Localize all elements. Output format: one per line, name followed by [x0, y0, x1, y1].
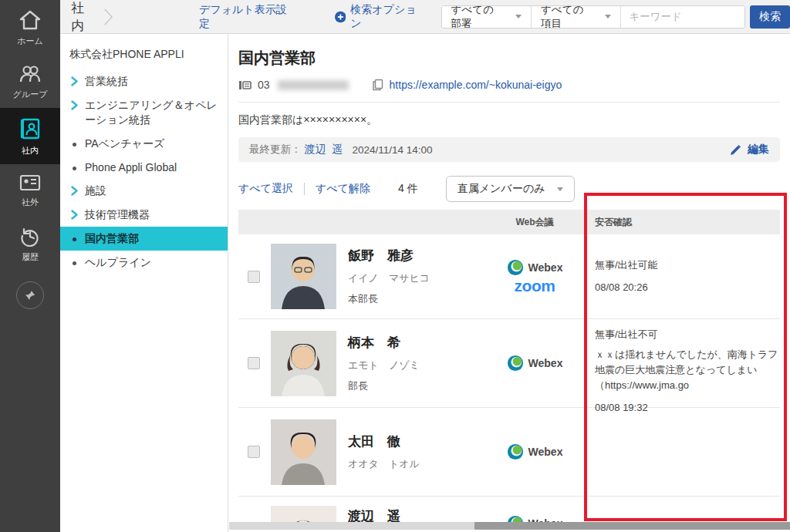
sidebar-item-internal[interactable]: 社内 — [0, 108, 60, 164]
safety-message: ｘｘは揺れませんでしたが、南海トラフ地震の巨大地震注意となってしまい（https… — [595, 347, 780, 393]
pin-sidebar-button[interactable] — [16, 281, 44, 309]
webex-icon — [507, 259, 524, 276]
sidebar-item-label: グループ — [13, 89, 48, 100]
horizontal-scrollbar-thumb[interactable] — [474, 522, 790, 530]
tree-item-pa-ventures[interactable]: PAベンチャーズ — [60, 132, 228, 156]
chevron-right-icon — [69, 100, 79, 110]
tree-item-label: 国内営業部 — [85, 231, 139, 246]
webex-button[interactable]: Webex — [507, 443, 563, 460]
search-button[interactable]: 検索 — [750, 5, 790, 29]
row-checkbox[interactable] — [248, 271, 260, 283]
chevron-down-icon — [557, 187, 563, 191]
field-filter-value: すべての項目 — [541, 5, 591, 29]
top-toolbar: 社内 デフォルト表示設定 検索オプション すべての部署 すべての項目 検索 — [60, 0, 790, 34]
webex-button[interactable]: Webex — [507, 515, 563, 522]
sidebar-item-group[interactable]: グループ — [0, 55, 60, 108]
member-name: 柄本 希 — [348, 334, 488, 352]
webex-button[interactable]: Webex — [507, 355, 563, 372]
zoom-button[interactable]: zoom — [515, 278, 555, 294]
tree-item-label: ヘルプライン — [85, 255, 151, 270]
member-filter-value: 直属メンバーのみ — [457, 182, 545, 196]
divider — [238, 102, 780, 103]
divider — [304, 183, 305, 195]
member-name: 飯野 雅彦 — [348, 247, 488, 264]
tree-item-helpline[interactable]: ヘルプライン — [60, 251, 228, 274]
history-icon — [19, 225, 41, 247]
sidebar-item-external[interactable]: 社外 — [0, 164, 60, 216]
member-table: Web会議 安否確認 飯野 雅彦 イイノ マサヒコ 本部長 — [238, 210, 780, 522]
tree-root-company[interactable]: 株式会社PHONE APPLI — [60, 43, 228, 69]
page-title: 国内営業部 — [238, 48, 780, 69]
table-row[interactable]: 太田 徹 オオタ トオル Webex — [238, 408, 780, 497]
bullet-icon — [69, 234, 79, 241]
updated-by-lastname-link[interactable]: 渡辺 — [305, 143, 326, 157]
keyword-input[interactable] — [621, 6, 744, 28]
updated-timestamp: 2024/11/14 14:00 — [353, 144, 433, 156]
tree-item-tech-equipment[interactable]: 技術管理機器 — [60, 203, 228, 227]
pencil-icon — [730, 144, 741, 156]
tree-item-label: 技術管理機器 — [85, 207, 150, 222]
department-detail-panel: 国内営業部 03 https://example.com/~kokunai-ei… — [229, 34, 790, 522]
bullet-icon — [69, 163, 79, 170]
row-checkbox[interactable] — [248, 446, 260, 458]
chevron-right-icon — [69, 76, 79, 86]
horizontal-scrollbar-track[interactable] — [229, 522, 790, 530]
phone-appli-app: ホーム グループ 社内 社外 履歴 社内 デフォルト表示設定 — [0, 0, 790, 532]
member-photo — [271, 244, 336, 309]
webex-label: Webex — [528, 446, 563, 458]
member-photo — [271, 331, 336, 396]
field-filter-select[interactable]: すべての項目 — [532, 6, 621, 28]
phone-icon — [238, 79, 252, 91]
search-options-link[interactable]: 検索オプション — [335, 3, 421, 31]
webex-icon — [507, 443, 524, 460]
edit-button[interactable]: 編集 — [730, 143, 769, 157]
phone-number: 03 — [258, 79, 270, 91]
select-all-link[interactable]: すべて選択 — [238, 182, 293, 196]
last-updated-bar: 最終更新： 渡辺 遥 2024/11/14 14:00 編集 — [238, 137, 780, 162]
plus-circle-icon — [335, 11, 346, 23]
deselect-all-link[interactable]: すべて解除 — [316, 182, 370, 196]
department-url-link[interactable]: https://example.com/~kokunai-eigyo — [390, 79, 562, 91]
bullet-icon — [69, 258, 79, 265]
sidebar-item-label: 履歴 — [22, 251, 39, 263]
last-updated-label: 最終更新： — [249, 143, 302, 157]
sidebar-item-label: 社内 — [22, 145, 39, 157]
row-checkbox[interactable] — [248, 357, 260, 369]
safety-status: 無事/出社可能 — [595, 258, 780, 273]
tree-item-engineering[interactable]: エンジニアリング＆オペレーション統括 — [60, 93, 228, 132]
member-kana: オオタ トオル — [348, 457, 488, 471]
tree-item-label: PAベンチャーズ — [85, 136, 164, 151]
member-job-title: 部長 — [348, 379, 488, 393]
member-photo — [271, 419, 336, 485]
sidebar-item-home[interactable]: ホーム — [0, 0, 60, 55]
safety-timestamp: 08/08 20:26 — [595, 280, 780, 295]
member-filter-select[interactable]: 直属メンバーのみ — [446, 176, 576, 202]
external-contacts-icon — [19, 173, 42, 192]
member-count: 4 件 — [398, 182, 418, 196]
selection-controls: すべて選択 すべて解除 4 件 直属メンバーのみ — [238, 176, 780, 202]
table-row[interactable]: 柄本 希 エモト ノゾミ 部長 Webex 無事/出社不可 ｘｘは揺れませんでし… — [238, 319, 780, 408]
pin-icon — [24, 289, 36, 301]
table-row[interactable]: 飯野 雅彦 イイノ マサヒコ 本部長 Webex zoom 無事/出社可能 — [238, 234, 780, 319]
bullet-icon — [69, 139, 79, 146]
department-filter-select[interactable]: すべての部署 — [442, 6, 532, 28]
department-description: 国内営業部は××××××××××。 — [238, 113, 780, 127]
copy-icon[interactable] — [372, 79, 383, 91]
default-display-settings-link[interactable]: デフォルト表示設定 — [199, 3, 290, 31]
home-icon — [19, 9, 42, 31]
chevron-down-icon — [605, 15, 611, 19]
chevron-right-icon — [69, 186, 79, 196]
search-options-label: 検索オプション — [350, 3, 420, 31]
updated-by-firstname-link[interactable]: 遥 — [333, 143, 343, 157]
tree-item-facilities[interactable]: 施設 — [60, 179, 228, 203]
member-kana: エモト ノゾミ — [348, 359, 488, 372]
table-row[interactable]: 渡辺 遥 ワタナベ ハルカ Webex 無事/出社可能 — [238, 497, 780, 522]
tree-item-domestic-sales[interactable]: 国内営業部 — [60, 227, 228, 251]
webex-button[interactable]: Webex — [507, 259, 563, 276]
webex-icon — [507, 515, 524, 522]
tree-item-sales[interactable]: 営業統括 — [60, 69, 228, 93]
member-job-title: 本部長 — [348, 292, 488, 306]
sidebar-item-history[interactable]: 履歴 — [0, 216, 60, 271]
member-name: 渡辺 遥 — [348, 507, 488, 522]
tree-item-phone-appli-global[interactable]: Phone Appli Global — [60, 156, 228, 180]
